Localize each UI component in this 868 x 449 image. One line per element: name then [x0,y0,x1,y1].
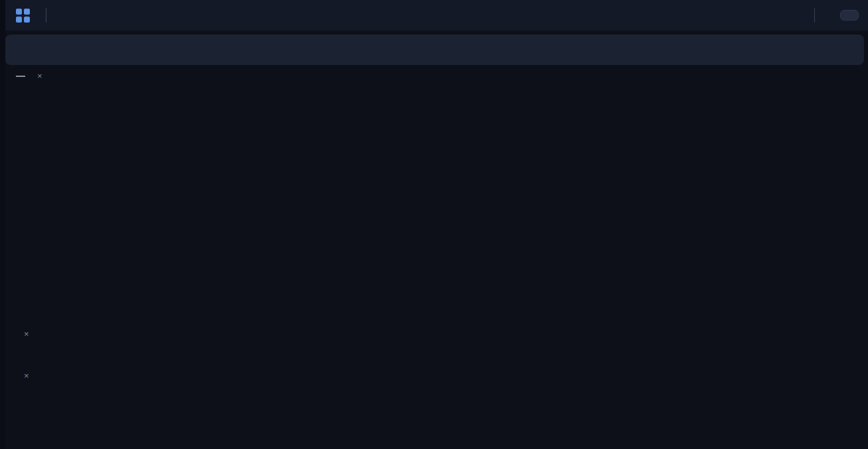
ema-legend: × [16,73,42,80]
ema-remove-icon[interactable]: × [37,73,42,80]
ema-line-sample [16,76,25,77]
rsi-legend: × [16,373,29,379]
rsi-remove-icon[interactable]: × [24,373,29,379]
macd-remove-icon[interactable]: × [24,331,29,338]
trading-app-window: × × × [0,0,868,449]
macd-legend: × [16,331,29,338]
price-chart-canvas[interactable] [0,0,868,449]
